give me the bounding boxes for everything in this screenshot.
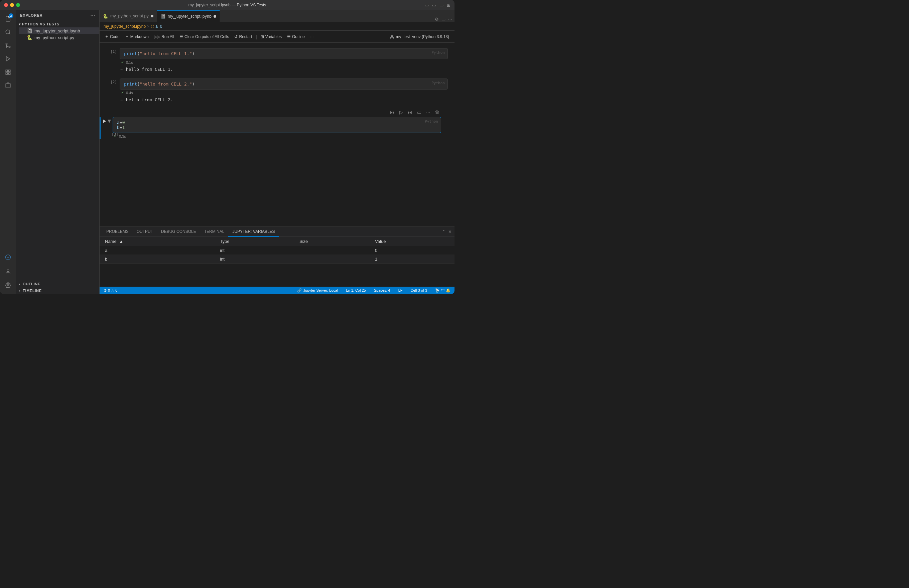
activity-settings[interactable]	[2, 279, 14, 291]
cell-2-paren-open: (	[137, 82, 140, 87]
cell-3-lang: Python	[425, 119, 438, 124]
cell-2-gutter: [2]	[102, 79, 117, 84]
cell-clear-icon[interactable]: ▭	[416, 109, 423, 116]
activity-accounts[interactable]	[2, 266, 14, 278]
sidebar-header-icons: ···	[91, 13, 95, 18]
var-b-value: 1	[370, 255, 454, 263]
sidebar: EXPLORER ··· ▾ PYTHON VS TESTS 📓 my_jupy…	[16, 10, 100, 294]
status-cell-info[interactable]: Cell 3 of 3	[409, 288, 429, 292]
outline-label: OUTLINE	[23, 282, 40, 286]
env-badge[interactable]: my_test_venv (Python 3.9.13)	[387, 34, 452, 40]
variable-row-b[interactable]: b int 1	[100, 255, 454, 263]
split-editor-icon[interactable]: ▭	[442, 17, 445, 22]
env-label: my_test_venv (Python 3.9.13)	[396, 34, 449, 39]
cell-3-status: ✓ 0.3s	[113, 133, 441, 139]
cell-info-label: Cell 3 of 3	[410, 288, 427, 292]
activity-testing[interactable]	[2, 79, 14, 92]
output-tab-label: OUTPUT	[137, 229, 153, 234]
svg-rect-9	[7, 83, 9, 84]
col-name-header[interactable]: Name ▲	[100, 237, 215, 246]
toolbar-more-icon[interactable]: ···	[308, 33, 316, 40]
cell-3-line1: a=0	[117, 120, 437, 125]
activity-bar: 2	[0, 10, 16, 294]
variable-row-a[interactable]: a int 0	[100, 246, 454, 255]
terminal-icon[interactable]: ⬚	[441, 288, 445, 292]
cell-2-code[interactable]: print("hello from CELL 2.") Python	[120, 79, 448, 89]
variables-table: Name ▲ Type Size Value a int	[100, 237, 454, 263]
activity-explorer[interactable]: 2	[2, 13, 14, 25]
svg-point-13	[7, 270, 9, 271]
variables-table-header-row: Name ▲ Type Size Value	[100, 237, 454, 246]
activity-source-control[interactable]	[2, 39, 14, 52]
python-filename: my_python_script.py	[34, 35, 74, 40]
status-errors[interactable]: ⊗ 0 △ 0	[102, 288, 119, 292]
close-button[interactable]	[4, 3, 8, 7]
tab-python-script[interactable]: 🐍 my_python_script.py	[100, 10, 157, 22]
sidebar-outline[interactable]: › OUTLINE	[16, 281, 99, 287]
run-above-icon[interactable]: ⏮	[388, 109, 396, 116]
cell-2-output-text: hello from CELL 2.	[126, 97, 173, 102]
activity-extensions[interactable]	[2, 66, 14, 78]
file-item-notebook[interactable]: 📓 my_jupyter_script.ipynb	[19, 27, 99, 34]
activity-search[interactable]	[2, 26, 14, 38]
var-b-size	[294, 255, 370, 263]
breadcrumb-notebook[interactable]: my_jupyter_script.ipynb	[104, 24, 146, 29]
panel-tab-jupyter-variables[interactable]: JUPYTER: VARIABLES	[228, 227, 279, 237]
svg-rect-7	[9, 73, 10, 74]
cell-2-status: ✓ 0.4s	[120, 89, 448, 96]
breadcrumb-variable[interactable]: a=0	[155, 24, 162, 29]
add-markdown-button[interactable]: ＋ Markdown	[123, 33, 151, 40]
tab-jupyter-notebook[interactable]: 📓 my_jupyter_script.ipynb	[157, 10, 220, 22]
run-below-icon[interactable]: ⏭	[406, 109, 414, 116]
cell-delete-icon[interactable]: 🗑	[433, 109, 441, 116]
bell-icon[interactable]: 🔔	[446, 288, 451, 292]
clear-outputs-button[interactable]: ☰ Clear Outputs of All Cells	[177, 34, 231, 40]
sidebar-more-icon[interactable]: ···	[91, 13, 95, 18]
sidebar-timeline[interactable]: › TIMELINE	[16, 287, 99, 294]
maximize-button[interactable]	[16, 3, 20, 7]
variables-button[interactable]: ⊞ Variables	[258, 34, 284, 40]
file-item-python[interactable]: 🐍 my_python_script.py	[19, 34, 99, 41]
restart-button[interactable]: ↺ Restart	[232, 34, 254, 40]
panel-tab-actions: ⌃ ✕	[442, 229, 452, 234]
sidebar-section-header[interactable]: ▾ PYTHON VS TESTS	[16, 21, 99, 27]
chevron-right-outline-icon: ›	[19, 282, 20, 286]
svg-rect-5	[6, 70, 7, 71]
outline-button[interactable]: ☰ Outline	[285, 34, 307, 40]
var-b-type: int	[215, 255, 294, 263]
cell-3-run-number: [3]	[112, 132, 118, 137]
panel-close-icon[interactable]: ✕	[448, 229, 452, 234]
cell-3-code[interactable]: a=0 b=1 Python	[113, 117, 441, 133]
more-tabs-icon[interactable]: ···	[448, 17, 452, 22]
broadcast-icon[interactable]: 📡	[435, 288, 440, 292]
status-position[interactable]: Ln 1, Col 25	[345, 288, 367, 292]
activity-notebook[interactable]	[2, 251, 14, 263]
run-all-button[interactable]: ▷▷ Run All	[152, 34, 176, 40]
run-all-label: Run All	[162, 34, 174, 39]
cell-1-gutter: [1]	[102, 48, 117, 54]
panel-expand-icon[interactable]: ⌃	[442, 229, 445, 234]
plus-code-icon: ＋	[105, 34, 108, 39]
toolbar-right: my_test_venv (Python 3.9.13)	[387, 34, 452, 40]
run-cell-icon[interactable]: ▷	[398, 109, 405, 116]
status-spaces[interactable]: Spaces: 4	[373, 288, 392, 292]
code-label: Code	[110, 34, 120, 39]
cell-2-check-icon: ✓	[121, 90, 124, 95]
cell-more-icon[interactable]: ···	[424, 109, 432, 116]
panel-tab-problems[interactable]: PROBLEMS	[102, 227, 133, 237]
add-code-button[interactable]: ＋ Code	[102, 33, 122, 40]
cell-2-output-dots: ···	[120, 97, 123, 102]
panel-tab-terminal[interactable]: TERMINAL	[200, 227, 228, 237]
panel-tab-debug[interactable]: DEBUG CONSOLE	[157, 227, 200, 237]
activity-run-debug[interactable]	[2, 53, 14, 65]
svg-marker-17	[108, 120, 111, 123]
panel-tab-output[interactable]: OUTPUT	[133, 227, 157, 237]
markdown-label: Markdown	[130, 34, 149, 39]
cell-1-code[interactable]: print("hello from CELL 1.") Python	[120, 48, 448, 59]
error-icon: ⊗	[104, 288, 107, 292]
status-jupyter-server[interactable]: 🔗 Jupyter Server: Local	[296, 288, 339, 292]
cell-3-run-button[interactable]	[102, 119, 111, 124]
status-encoding[interactable]: LF	[397, 288, 404, 292]
settings-gear-icon[interactable]: ⚙	[435, 17, 439, 22]
minimize-button[interactable]	[10, 3, 14, 7]
